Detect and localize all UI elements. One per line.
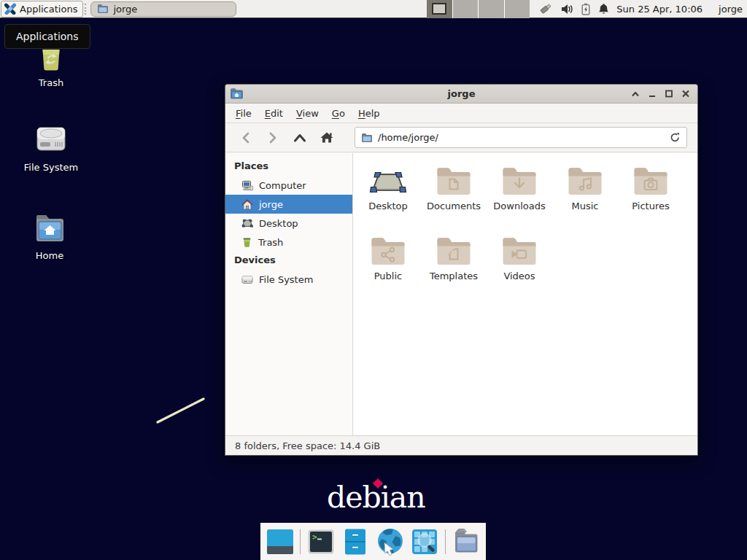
menu-file[interactable]: File: [229, 108, 258, 119]
drive-mini-icon: [241, 275, 253, 284]
panel-clock[interactable]: Sun 25 Apr, 10:06: [616, 4, 703, 15]
file-cabinet-icon: [343, 528, 368, 556]
hard-drive-icon: [16, 123, 86, 158]
directory-menu-launcher[interactable]: [452, 527, 481, 556]
path-text[interactable]: /home/jorge/: [378, 132, 665, 143]
window-minimize-button[interactable]: [647, 89, 657, 99]
menu-go[interactable]: Go: [325, 108, 352, 119]
terminal-launcher[interactable]: >: [306, 527, 335, 556]
workspace-switcher[interactable]: [427, 0, 530, 18]
file-item-label: Downloads: [487, 201, 552, 211]
statusbar: 8 folders, Free space: 14.4 GiB: [225, 435, 697, 455]
show-desktop-launcher[interactable]: [266, 527, 294, 556]
menu-view[interactable]: View: [290, 108, 325, 119]
documents-folder-icon: [421, 166, 487, 197]
sidebar-item-jorge[interactable]: jorge: [225, 195, 352, 214]
file-item-label: Documents: [421, 201, 487, 211]
window-maximize-button[interactable]: [664, 89, 674, 99]
file-item-pictures[interactable]: Pictures: [618, 165, 684, 235]
desktop-icon-filesystem[interactable]: File System: [16, 123, 86, 173]
home-icon: [241, 199, 253, 210]
notifications-bell-icon[interactable]: [598, 3, 609, 15]
sidebar-item-label: File System: [259, 274, 313, 285]
public-folder-icon: [355, 236, 421, 267]
downloads-folder-icon: [487, 166, 552, 197]
taskbar-window-label: jorge: [113, 4, 137, 15]
desktop-mini-icon: [241, 218, 253, 228]
computer-icon: [241, 180, 253, 191]
sidebar-item-label: Desktop: [259, 218, 298, 229]
top-panel: Applications jorge: [0, 0, 747, 18]
application-finder-launcher[interactable]: [411, 527, 439, 556]
applications-menu-button[interactable]: Applications: [1, 1, 83, 18]
volume-icon[interactable]: [561, 4, 573, 15]
sidebar-item-trash[interactable]: Trash: [225, 233, 352, 252]
workspace-1[interactable]: [427, 0, 452, 18]
side-pane: Places Computer: [225, 153, 353, 435]
file-item-templates[interactable]: Templates: [421, 235, 487, 305]
file-item-videos[interactable]: Videos: [487, 235, 552, 305]
desktop-icon-label: Home: [15, 250, 85, 261]
workspace-window-preview: [432, 3, 446, 15]
menubar: File Edit View Go Help: [225, 104, 697, 123]
home-button[interactable]: [315, 127, 338, 149]
sidebar-item-label: jorge: [259, 199, 283, 210]
forward-button[interactable]: [261, 127, 284, 149]
reload-button[interactable]: [670, 132, 681, 143]
window-close-button[interactable]: [681, 89, 691, 99]
web-browser-globe-icon: [376, 527, 405, 556]
window-titlebar[interactable]: jorge: [225, 85, 697, 104]
videos-folder-icon: [487, 236, 552, 267]
desktop-icon-home[interactable]: Home: [15, 211, 85, 261]
menu-help[interactable]: Help: [352, 108, 387, 119]
location-bar[interactable]: /home/jorge/: [355, 127, 687, 148]
trash-mini-icon: [241, 237, 252, 248]
file-item-desktop[interactable]: Desktop: [355, 165, 421, 235]
up-button[interactable]: [288, 127, 311, 149]
back-button[interactable]: [234, 127, 257, 149]
applications-menu-label: Applications: [20, 4, 77, 15]
file-item-public[interactable]: Public: [355, 235, 421, 305]
file-item-label: Templates: [421, 271, 487, 281]
window-body: Places Computer: [225, 153, 697, 435]
workspace-3[interactable]: [479, 0, 504, 18]
window-title: jorge: [225, 88, 697, 99]
xfce-logo-icon: [4, 3, 16, 15]
desktop-icon-label: Trash: [16, 77, 86, 88]
debian-logo: debian: [327, 480, 425, 515]
dock-panel: >: [260, 523, 486, 560]
taskbar-window-button[interactable]: jorge: [90, 1, 236, 17]
svg-text:>: >: [312, 532, 317, 542]
file-cabinet-launcher[interactable]: [341, 527, 370, 556]
home-folder-icon: [15, 211, 85, 246]
places-header: Places: [225, 158, 352, 176]
sidebar-item-computer[interactable]: Computer: [225, 176, 352, 195]
file-list: Desktop Documents: [353, 153, 697, 435]
taskbar-grip-handle[interactable]: [85, 4, 89, 15]
workspace-2[interactable]: [453, 0, 479, 18]
folder-icon: [97, 4, 109, 14]
sidebar-item-label: Trash: [258, 237, 283, 248]
removable-device-icon[interactable]: [538, 2, 553, 15]
file-item-downloads[interactable]: Downloads: [487, 165, 552, 235]
menu-edit[interactable]: Edit: [258, 108, 290, 119]
desktop-stray-line: [146, 392, 215, 429]
file-item-documents[interactable]: Documents: [421, 165, 487, 235]
file-item-label: Desktop: [355, 201, 421, 211]
panel-username[interactable]: jorge: [719, 4, 743, 15]
app-finder-icon: [411, 528, 438, 556]
window-shade-button[interactable]: [630, 89, 640, 99]
workspace-4[interactable]: [505, 0, 530, 18]
applications-tooltip: Applications: [4, 24, 90, 49]
file-item-label: Public: [355, 271, 421, 281]
web-browser-launcher[interactable]: [376, 527, 405, 556]
sidebar-item-file-system[interactable]: File System: [225, 270, 352, 289]
file-item-music[interactable]: Music: [552, 165, 618, 235]
terminal-icon: >: [307, 529, 335, 555]
music-folder-icon: [552, 166, 618, 197]
sidebar-item-label: Computer: [259, 180, 306, 191]
desktop-icon-label: File System: [16, 162, 86, 173]
file-item-label: Music: [552, 201, 618, 211]
sidebar-item-desktop[interactable]: Desktop: [225, 214, 352, 233]
battery-charging-icon[interactable]: [581, 3, 590, 15]
